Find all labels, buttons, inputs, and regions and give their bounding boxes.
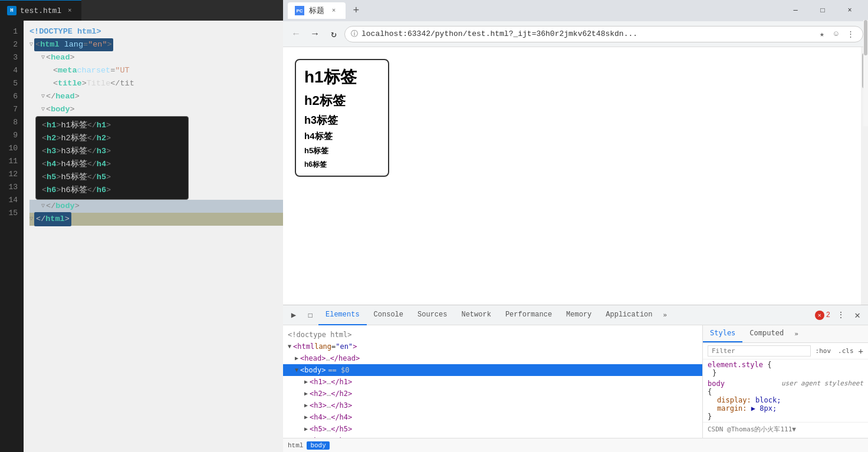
code-line-14: ▽ </body> <box>29 200 283 213</box>
body-triangle[interactable]: ▼ <box>295 364 298 376</box>
rule-selector-element: element.style { <box>708 361 863 369</box>
browser-tab-close[interactable]: × <box>329 6 338 15</box>
devtools-more-options-icon[interactable]: ⋮ <box>833 307 849 324</box>
dom-line-h5[interactable]: ▶ <h5>…</h5> <box>283 423 702 435</box>
line-num-2: 2 <box>0 38 18 51</box>
token-value-utf: "UT <box>115 64 129 77</box>
token-punct-6a: </ <box>46 90 55 103</box>
dom-h3-tag: <h3> <box>310 400 327 411</box>
h3-triangle[interactable]: ▶ <box>304 400 308 411</box>
h2-triangle[interactable]: ▶ <box>304 388 308 400</box>
line-numbers: 1 2 3 4 5 6 7 8 9 10 11 12 13 14 15 <box>0 21 24 452</box>
line-num-13: 13 <box>0 181 18 194</box>
editor-tab[interactable]: H test.html × <box>0 0 81 21</box>
dom-body-tag: <body> <box>300 364 326 376</box>
page-content: h1标签 h2标签 h3标签 h4标签 h5标签 h6标签 <box>283 47 868 189</box>
token-equals-4: = <box>110 64 115 77</box>
dom-line-html[interactable]: ▼ <html lang="en"> <box>283 341 702 352</box>
h2-heading: h2标签 <box>304 92 380 110</box>
devtools-body: <!doctype html> ▼ <html lang="en"> ▶ <he… <box>283 325 868 438</box>
token-punct-6b: > <box>75 90 80 103</box>
heading-box: h1标签 h2标签 h3标签 h4标签 h5标签 h6标签 <box>295 59 389 177</box>
token-tag-title: title <box>58 77 82 90</box>
rule-header-body: body user agent stylesheet <box>708 380 863 388</box>
token-punct-14b: > <box>75 200 80 213</box>
minimize-button[interactable]: — <box>782 1 809 20</box>
code-line-8: <h1>h1标签</h1> <box>36 119 188 132</box>
tab-memory[interactable]: Memory <box>559 305 599 325</box>
maximize-button[interactable]: □ <box>809 1 836 20</box>
fold-indicator-7[interactable]: ▽ <box>41 103 45 116</box>
fold-indicator-3[interactable]: ▽ <box>41 51 45 64</box>
code-popup-box: <h1>h1标签</h1> <h2>h2标签</h2> <h3>h3标签</h3… <box>35 116 189 200</box>
tab-elements[interactable]: Elements <box>318 305 367 325</box>
dom-h5-tag: <h5> <box>310 423 327 435</box>
h3-heading: h3标签 <box>304 113 380 127</box>
reload-button[interactable]: ↻ <box>326 26 342 42</box>
styles-more-tabs[interactable]: » <box>791 325 802 342</box>
dom-line-h1[interactable]: ▶ <h1>…</h1> <box>283 376 702 388</box>
breadcrumb-body[interactable]: body <box>307 441 329 450</box>
h4-triangle[interactable]: ▶ <box>304 411 308 423</box>
filter-pseudo-btn[interactable]: :hov <box>813 346 834 356</box>
html-triangle[interactable]: ▼ <box>288 341 291 352</box>
url-text: localhost:63342/python/test.html?_ijt=36… <box>361 29 812 38</box>
browser-viewport: h1标签 h2标签 h3标签 h4标签 h5标签 h6标签 ▶ ☐ El <box>283 47 868 452</box>
token-punct-4a: < <box>53 64 58 77</box>
dom-line-body[interactable]: ▼ <body> == $0 <box>283 364 702 376</box>
code-line-5: <title>Title</tit <box>29 77 283 90</box>
browser-tab[interactable]: PC 标题 × <box>288 2 346 19</box>
dom-html-tag: <html <box>293 341 314 352</box>
url-bar[interactable]: ⓘ localhost:63342/python/test.html?_ijt=… <box>344 26 863 42</box>
tab-performance[interactable]: Performance <box>498 305 559 325</box>
tab-close-btn[interactable]: × <box>65 6 74 15</box>
devtools-cursor-icon[interactable]: ▶ <box>285 307 302 324</box>
dom-line-h3[interactable]: ▶ <h3>…</h3> <box>283 400 702 411</box>
viewport-wrapper: h1标签 h2标签 h3标签 h4标签 h5标签 h6标签 <box>283 47 868 305</box>
dom-line-h2[interactable]: ▶ <h2>…</h2> <box>283 388 702 400</box>
back-button[interactable]: ← <box>288 26 304 42</box>
h1-triangle[interactable]: ▶ <box>304 376 308 388</box>
devtools-tab-bar: ▶ ☐ Elements Console Sources Network Per… <box>283 305 868 325</box>
code-line-15: ▽ </html> <box>29 213 283 226</box>
token-punct-7b: > <box>70 103 75 116</box>
line-num-3: 3 <box>0 51 18 64</box>
tab-application[interactable]: Application <box>599 305 659 325</box>
new-tab-button[interactable]: + <box>348 2 364 19</box>
devtools-breadcrumb-bar: html body <box>283 438 868 452</box>
code-line-9: <h2>h2标签</h2> <box>36 132 188 145</box>
tab-sources[interactable]: Sources <box>410 305 454 325</box>
code-line-11: <h4>h4标签</h4> <box>36 158 188 171</box>
menu-dots-icon[interactable]: ⋮ <box>844 28 857 41</box>
dom-line-head[interactable]: ▶ <head>…</head> <box>283 352 702 364</box>
breadcrumb-html[interactable]: html <box>288 442 303 449</box>
tab-styles[interactable]: Styles <box>703 325 742 342</box>
line-num-9: 9 <box>0 129 18 142</box>
code-line-1: <!DOCTYPE html> <box>29 25 283 38</box>
add-style-btn[interactable]: + <box>859 347 863 356</box>
dom-line-doctype: <!doctype html> <box>283 329 702 341</box>
filter-cls-btn[interactable]: .cls <box>836 346 856 356</box>
dom-line-h4[interactable]: ▶ <h4>…</h4> <box>283 411 702 423</box>
profile-icon[interactable]: ☺ <box>830 28 843 41</box>
code-area[interactable]: <!DOCTYPE html> ▽ <html lang="en"> ▽ <he… <box>24 21 283 452</box>
fold-indicator-6[interactable]: ▽ <box>41 90 45 103</box>
tab-console[interactable]: Console <box>367 305 410 325</box>
styles-filter-input[interactable] <box>708 345 811 357</box>
head-triangle[interactable]: ▶ <box>295 352 298 364</box>
devtools-inspect-icon[interactable]: ☐ <box>302 307 318 324</box>
token-punct-14a: </ <box>46 200 55 213</box>
devtools-close-button[interactable]: ✕ <box>849 307 866 324</box>
tab-computed[interactable]: Computed <box>742 325 791 342</box>
token-punct-5c: </tit <box>110 77 134 90</box>
tab-network[interactable]: Network <box>454 305 498 325</box>
fold-indicator-2[interactable]: ▽ <box>29 38 33 51</box>
fold-indicator-15[interactable]: ▽ <box>29 213 33 226</box>
forward-button[interactable]: → <box>307 26 323 42</box>
h5-triangle[interactable]: ▶ <box>304 423 308 435</box>
browser-title-bar: PC 标题 × + — □ × <box>283 0 868 21</box>
close-button[interactable]: × <box>836 1 863 20</box>
bookmark-icon[interactable]: ★ <box>816 28 828 41</box>
fold-indicator-14[interactable]: ▽ <box>41 200 45 213</box>
devtools-more-tabs[interactable]: » <box>660 312 671 319</box>
